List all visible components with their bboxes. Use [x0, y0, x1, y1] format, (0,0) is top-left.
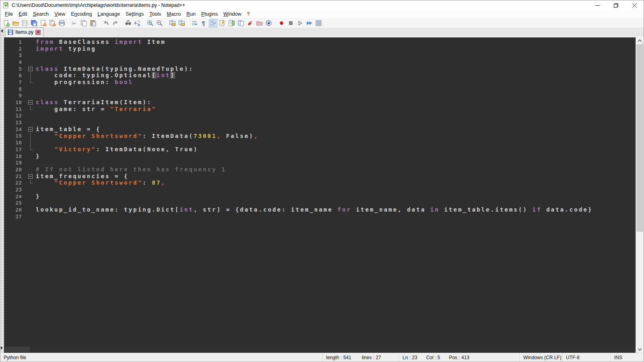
horizontal-scrollbar-thumb[interactable] [5, 347, 30, 352]
menu-item-tools[interactable]: Tools [147, 10, 164, 18]
collapse-right-icon[interactable] [1, 346, 3, 350]
line-number[interactable]: 6 [4, 72, 25, 78]
vertical-scrollbar-thumb[interactable] [636, 44, 643, 232]
code-text[interactable]: # If not listed here then has frequency … [36, 166, 636, 173]
code-text[interactable]: code: typing.Optional[int] [36, 72, 636, 79]
docked-panel-splitter[interactable] [0, 28, 4, 353]
document-switcher-icon[interactable] [237, 19, 245, 27]
menu-item-window[interactable]: Window [221, 10, 244, 18]
save-all-icon[interactable] [30, 19, 38, 27]
code-text[interactable]: item_table = { [36, 126, 636, 133]
show-all-characters-icon[interactable]: ¶ [200, 19, 208, 27]
code-text[interactable]: } [36, 193, 636, 200]
menu-item-search[interactable]: Search [30, 10, 52, 18]
menu-item-settings[interactable]: Settings [123, 10, 147, 18]
scroll-up-icon[interactable] [636, 37, 644, 44]
line-number[interactable]: 16 [4, 140, 25, 146]
menu-item-file[interactable]: File [2, 10, 16, 18]
menu-item-encoding[interactable]: Encoding [68, 10, 95, 18]
code-editor[interactable]: 1from BaseClasses import Item2import typ… [4, 37, 636, 353]
print-icon[interactable] [58, 19, 66, 27]
cut-icon[interactable]: ✂ [70, 19, 79, 27]
menu-item-macro[interactable]: Macro [164, 10, 184, 18]
code-text[interactable]: item_frequencies = { [36, 173, 636, 180]
fold-collapse-icon[interactable] [28, 67, 33, 71]
macro-run-multiple-icon[interactable] [305, 19, 314, 27]
code-text[interactable]: "Victory": ItemData(None, True) [36, 146, 636, 153]
line-number[interactable]: 9 [4, 93, 25, 99]
line-number[interactable]: 7 [4, 79, 25, 85]
status-insert-mode[interactable]: INS [611, 353, 644, 362]
code-text[interactable]: progression: bool [36, 79, 636, 86]
run-script-icon[interactable] [246, 19, 254, 27]
close-file-icon[interactable] [39, 19, 47, 27]
line-number[interactable]: 21 [4, 173, 25, 179]
line-number[interactable]: 22 [4, 180, 25, 186]
line-number[interactable]: 2 [4, 46, 25, 52]
macro-play-icon[interactable] [296, 19, 304, 27]
code-text[interactable]: lookup_id_to_name: typing.Dict[int, str]… [36, 206, 636, 213]
fold-collapse-icon[interactable] [28, 100, 33, 105]
tab-items-py[interactable]: Items.py ✕ [5, 27, 43, 37]
line-number[interactable]: 10 [4, 99, 25, 105]
document-map-icon[interactable] [227, 19, 236, 27]
fold-collapse-icon[interactable] [28, 174, 33, 179]
indent-guide-icon[interactable] [209, 19, 217, 27]
line-number[interactable]: 23 [4, 187, 25, 193]
zoom-in-icon[interactable] [146, 19, 155, 27]
close-all-icon[interactable] [48, 19, 57, 27]
function-list-icon[interactable] [218, 19, 227, 27]
menu-item-edit[interactable]: Edit [16, 10, 30, 18]
scroll-down-icon[interactable] [636, 346, 644, 353]
minimize-button[interactable] [588, 0, 607, 10]
menu-item-language[interactable]: Language [95, 10, 123, 18]
line-number[interactable]: 25 [4, 200, 25, 206]
status-encoding[interactable]: UTF-8 [562, 353, 611, 362]
menu-item-plugins[interactable]: Plugins [198, 10, 221, 18]
undo-icon[interactable] [102, 19, 110, 27]
code-text[interactable]: class TerrariaItem(Item): [36, 99, 636, 106]
line-number[interactable]: 26 [4, 207, 25, 213]
line-number[interactable]: 14 [4, 126, 25, 132]
tab-close-icon[interactable]: ✕ [35, 30, 41, 35]
line-number[interactable]: 19 [4, 160, 25, 166]
project-panel-icon[interactable] [255, 19, 264, 27]
horizontal-scrollbar[interactable] [4, 346, 636, 353]
zoom-out-icon[interactable] [155, 19, 164, 27]
restore-button[interactable] [607, 0, 625, 10]
macro-save-icon[interactable] [314, 19, 323, 27]
status-eol-format[interactable]: Windows (CR LF) [520, 353, 562, 362]
line-number[interactable]: 4 [4, 59, 25, 65]
code-text[interactable]: class ItemData(typing.NamedTuple): [36, 66, 636, 72]
menu-item-help[interactable]: ? [244, 10, 253, 18]
line-number[interactable]: 24 [4, 193, 25, 200]
line-number[interactable]: 12 [4, 113, 25, 119]
line-number[interactable]: 13 [4, 119, 25, 125]
line-number[interactable]: 15 [4, 133, 25, 139]
sync-vertical-scroll-icon[interactable] [168, 19, 177, 27]
sync-horizontal-scroll-icon[interactable] [178, 19, 186, 27]
vertical-scrollbar[interactable] [636, 37, 644, 353]
code-text[interactable]: import typing [36, 45, 636, 52]
copy-icon[interactable] [80, 19, 88, 27]
line-number[interactable]: 5 [4, 66, 25, 72]
line-number[interactable]: 11 [4, 106, 25, 112]
line-number[interactable]: 20 [4, 167, 25, 173]
line-number[interactable]: 1 [4, 39, 25, 45]
line-number[interactable]: 8 [4, 86, 25, 92]
line-number[interactable]: 27 [4, 214, 25, 220]
code-text[interactable]: "Copper Shortsword": 87, [36, 179, 636, 186]
replace-icon[interactable]: ab [133, 19, 142, 27]
line-number[interactable]: 3 [4, 52, 25, 58]
view-file-icon[interactable] [264, 19, 273, 27]
code-text[interactable]: game: str = "Terraria" [36, 106, 636, 113]
redo-icon[interactable] [111, 19, 120, 27]
new-file-icon[interactable] [2, 19, 10, 27]
code-text[interactable]: from BaseClasses import Item [36, 39, 636, 45]
line-number[interactable]: 18 [4, 153, 25, 159]
open-file-icon[interactable] [11, 19, 20, 27]
word-wrap-icon[interactable] [190, 19, 199, 27]
menu-item-view[interactable]: View [52, 10, 68, 18]
menu-item-run[interactable]: Run [184, 10, 198, 18]
find-icon[interactable] [124, 19, 132, 27]
